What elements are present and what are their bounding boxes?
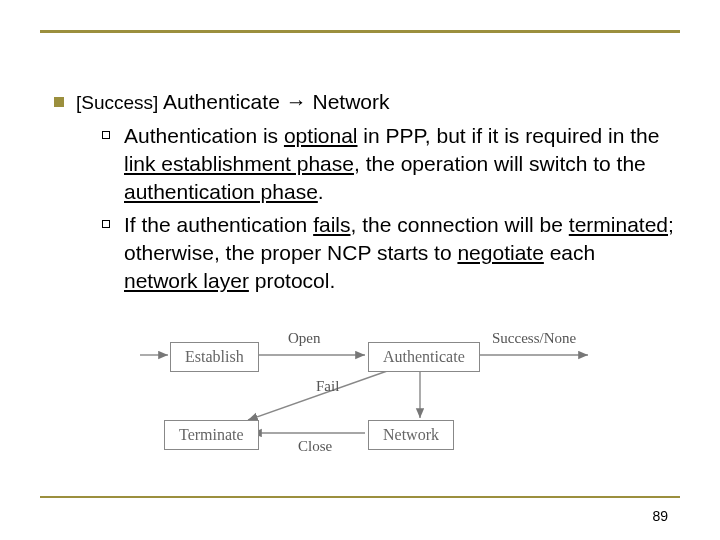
sub-bullet-2-text: If the authentication fails, the connect… bbox=[124, 211, 674, 296]
main-heading: Authenticate → Network bbox=[163, 90, 389, 113]
filled-square-bullet-icon bbox=[54, 97, 64, 107]
sub-bullet-1-text: Authentication is optional in PPP, but i… bbox=[124, 122, 674, 207]
main-bullet-row: [Success] Authenticate → Network bbox=[54, 88, 674, 116]
diagram-label-close: Close bbox=[298, 438, 332, 455]
hollow-square-bullet-icon bbox=[102, 131, 110, 139]
diagram-label-fail: Fail bbox=[316, 378, 339, 395]
diagram-box-authenticate: Authenticate bbox=[368, 342, 480, 372]
diagram-box-terminate: Terminate bbox=[164, 420, 259, 450]
slide-content: [Success] Authenticate → Network Authent… bbox=[54, 88, 674, 300]
ppp-state-diagram: Establish Authenticate Terminate Network… bbox=[140, 320, 600, 470]
diagram-box-establish: Establish bbox=[170, 342, 259, 372]
hollow-square-bullet-icon bbox=[102, 220, 110, 228]
condition-prefix: [Success] bbox=[76, 92, 158, 113]
main-bullet-text: [Success] Authenticate → Network bbox=[76, 88, 390, 116]
sub-bullet-list: Authentication is optional in PPP, but i… bbox=[54, 122, 674, 296]
page-number: 89 bbox=[652, 508, 668, 524]
diagram-box-network: Network bbox=[368, 420, 454, 450]
diagram-label-success: Success/None bbox=[492, 330, 576, 347]
sub-bullet-2: If the authentication fails, the connect… bbox=[102, 211, 674, 296]
bottom-horizontal-rule bbox=[40, 496, 680, 498]
diagram-label-open: Open bbox=[288, 330, 321, 347]
sub-bullet-1: Authentication is optional in PPP, but i… bbox=[102, 122, 674, 207]
top-horizontal-rule bbox=[40, 30, 680, 33]
